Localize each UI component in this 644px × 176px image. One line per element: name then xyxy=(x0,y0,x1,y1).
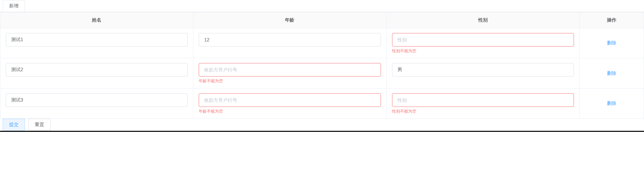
footer: 提交 重置 xyxy=(0,119,644,131)
tab-bar: 新增 xyxy=(0,0,644,12)
header-name: 姓名 xyxy=(0,12,193,28)
gender-error-msg: 性别不能为空 xyxy=(392,49,574,53)
age-error-msg: 年龄不能为空 xyxy=(199,79,381,83)
age-error-msg: 年龄不能为空 xyxy=(199,109,381,114)
age-input[interactable] xyxy=(199,63,381,77)
delete-button[interactable]: 删除 xyxy=(607,40,616,46)
reset-button[interactable]: 重置 xyxy=(28,119,51,131)
name-input[interactable] xyxy=(6,63,188,77)
gender-error-msg: 性别不能为空 xyxy=(392,109,574,114)
gender-input[interactable] xyxy=(392,33,574,47)
table-row: 年龄不能为空 性别不能为空 删除 xyxy=(0,88,644,118)
header-gender: 性别 xyxy=(386,12,579,28)
header-age: 年龄 xyxy=(193,12,386,28)
form-table: 姓名 年龄 性别 操作 性别不能为空 删除 xyxy=(0,12,644,119)
delete-button[interactable]: 删除 xyxy=(607,100,616,107)
gender-input[interactable] xyxy=(392,93,574,107)
table-row: 性别不能为空 删除 xyxy=(0,28,644,58)
submit-button[interactable]: 提交 xyxy=(3,119,25,131)
gender-input[interactable] xyxy=(392,63,574,77)
header-action: 操作 xyxy=(579,12,644,28)
name-input[interactable] xyxy=(6,33,188,47)
name-input[interactable] xyxy=(6,93,188,107)
table-row: 年龄不能为空 删除 xyxy=(0,58,644,88)
age-input[interactable] xyxy=(199,33,381,47)
delete-button[interactable]: 删除 xyxy=(607,70,616,77)
age-input[interactable] xyxy=(199,93,381,107)
add-tab[interactable]: 新增 xyxy=(3,0,25,12)
